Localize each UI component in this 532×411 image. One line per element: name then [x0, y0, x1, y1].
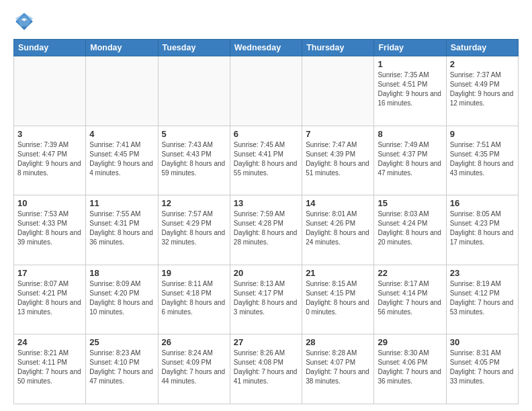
day-number: 1 [378, 59, 442, 69]
calendar-cell: 26Sunrise: 8:24 AM Sunset: 4:09 PM Dayli… [158, 334, 230, 404]
day-info: Sunrise: 7:59 AM Sunset: 4:28 PM Dayligh… [234, 210, 298, 247]
day-number: 8 [378, 129, 442, 139]
day-info: Sunrise: 7:53 AM Sunset: 4:33 PM Dayligh… [17, 210, 82, 247]
week-row-2: 3Sunrise: 7:39 AM Sunset: 4:47 PM Daylig… [14, 126, 519, 195]
calendar-cell [14, 56, 86, 126]
page: SundayMondayTuesdayWednesdayThursdayFrid… [0, 0, 532, 411]
day-number: 11 [89, 198, 154, 208]
day-info: Sunrise: 7:37 AM Sunset: 4:49 PM Dayligh… [450, 71, 515, 108]
day-info: Sunrise: 8:09 AM Sunset: 4:20 PM Dayligh… [89, 279, 154, 317]
logo-icon [13, 11, 35, 32]
calendar-cell: 1Sunrise: 7:35 AM Sunset: 4:51 PM Daylig… [374, 56, 446, 126]
day-info: Sunrise: 8:28 AM Sunset: 4:07 PM Dayligh… [306, 349, 370, 386]
day-info: Sunrise: 8:19 AM Sunset: 4:12 PM Dayligh… [450, 279, 515, 317]
week-row-5: 24Sunrise: 8:21 AM Sunset: 4:11 PM Dayli… [14, 334, 519, 404]
logo [13, 11, 38, 32]
day-number: 20 [234, 268, 298, 278]
calendar-cell: 13Sunrise: 7:59 AM Sunset: 4:28 PM Dayli… [230, 195, 302, 265]
day-number: 5 [162, 129, 226, 139]
day-info: Sunrise: 8:15 AM Sunset: 4:15 PM Dayligh… [306, 279, 370, 317]
day-number: 25 [89, 337, 154, 347]
calendar-cell: 16Sunrise: 8:05 AM Sunset: 4:23 PM Dayli… [446, 195, 518, 265]
col-header-friday: Friday [374, 40, 446, 56]
day-number: 7 [306, 129, 370, 139]
day-info: Sunrise: 8:17 AM Sunset: 4:14 PM Dayligh… [378, 279, 442, 317]
day-number: 19 [162, 268, 226, 278]
day-number: 2 [450, 59, 515, 69]
day-info: Sunrise: 7:45 AM Sunset: 4:41 PM Dayligh… [234, 140, 298, 178]
calendar-cell: 22Sunrise: 8:17 AM Sunset: 4:14 PM Dayli… [374, 265, 446, 334]
day-number: 21 [306, 268, 370, 278]
day-info: Sunrise: 7:39 AM Sunset: 4:47 PM Dayligh… [17, 140, 82, 178]
day-info: Sunrise: 8:26 AM Sunset: 4:08 PM Dayligh… [234, 349, 298, 386]
calendar-cell: 17Sunrise: 8:07 AM Sunset: 4:21 PM Dayli… [14, 265, 86, 334]
calendar-cell: 3Sunrise: 7:39 AM Sunset: 4:47 PM Daylig… [14, 126, 86, 195]
calendar-cell: 29Sunrise: 8:30 AM Sunset: 4:06 PM Dayli… [374, 334, 446, 404]
calendar-cell: 27Sunrise: 8:26 AM Sunset: 4:08 PM Dayli… [230, 334, 302, 404]
day-info: Sunrise: 7:49 AM Sunset: 4:37 PM Dayligh… [378, 140, 442, 178]
day-info: Sunrise: 8:05 AM Sunset: 4:23 PM Dayligh… [450, 210, 515, 247]
day-info: Sunrise: 7:57 AM Sunset: 4:29 PM Dayligh… [162, 210, 226, 247]
calendar-cell: 12Sunrise: 7:57 AM Sunset: 4:29 PM Dayli… [158, 195, 230, 265]
day-info: Sunrise: 8:24 AM Sunset: 4:09 PM Dayligh… [162, 349, 226, 386]
day-number: 29 [378, 337, 442, 347]
col-header-sunday: Sunday [14, 40, 86, 56]
day-number: 18 [89, 268, 154, 278]
calendar-cell: 25Sunrise: 8:23 AM Sunset: 4:10 PM Dayli… [86, 334, 158, 404]
day-number: 9 [450, 129, 515, 139]
calendar-cell [302, 56, 374, 126]
calendar-body: 1Sunrise: 7:35 AM Sunset: 4:51 PM Daylig… [14, 56, 519, 404]
calendar-cell [158, 56, 230, 126]
col-header-monday: Monday [86, 40, 158, 56]
calendar-cell: 20Sunrise: 8:13 AM Sunset: 4:17 PM Dayli… [230, 265, 302, 334]
calendar-cell: 15Sunrise: 8:03 AM Sunset: 4:24 PM Dayli… [374, 195, 446, 265]
calendar-header: SundayMondayTuesdayWednesdayThursdayFrid… [14, 40, 519, 56]
day-number: 12 [162, 198, 226, 208]
calendar-table: SundayMondayTuesdayWednesdayThursdayFrid… [13, 39, 519, 404]
calendar-cell: 9Sunrise: 7:51 AM Sunset: 4:35 PM Daylig… [446, 126, 518, 195]
calendar-cell: 11Sunrise: 7:55 AM Sunset: 4:31 PM Dayli… [86, 195, 158, 265]
calendar-cell: 10Sunrise: 7:53 AM Sunset: 4:33 PM Dayli… [14, 195, 86, 265]
calendar-cell [86, 56, 158, 126]
header [13, 11, 519, 32]
day-info: Sunrise: 8:21 AM Sunset: 4:11 PM Dayligh… [17, 349, 82, 386]
calendar-cell: 8Sunrise: 7:49 AM Sunset: 4:37 PM Daylig… [374, 126, 446, 195]
calendar-cell: 30Sunrise: 8:31 AM Sunset: 4:05 PM Dayli… [446, 334, 518, 404]
day-info: Sunrise: 8:03 AM Sunset: 4:24 PM Dayligh… [378, 210, 442, 247]
day-info: Sunrise: 7:41 AM Sunset: 4:45 PM Dayligh… [89, 140, 154, 178]
week-row-4: 17Sunrise: 8:07 AM Sunset: 4:21 PM Dayli… [14, 265, 519, 334]
day-number: 3 [17, 129, 82, 139]
calendar-cell: 5Sunrise: 7:43 AM Sunset: 4:43 PM Daylig… [158, 126, 230, 195]
day-info: Sunrise: 8:13 AM Sunset: 4:17 PM Dayligh… [234, 279, 298, 317]
day-number: 17 [17, 268, 82, 278]
day-info: Sunrise: 8:30 AM Sunset: 4:06 PM Dayligh… [378, 349, 442, 386]
day-number: 15 [378, 198, 442, 208]
day-number: 14 [306, 198, 370, 208]
header-row: SundayMondayTuesdayWednesdayThursdayFrid… [14, 40, 519, 56]
week-row-3: 10Sunrise: 7:53 AM Sunset: 4:33 PM Dayli… [14, 195, 519, 265]
calendar-cell: 21Sunrise: 8:15 AM Sunset: 4:15 PM Dayli… [302, 265, 374, 334]
day-info: Sunrise: 8:07 AM Sunset: 4:21 PM Dayligh… [17, 279, 82, 317]
day-info: Sunrise: 7:55 AM Sunset: 4:31 PM Dayligh… [89, 210, 154, 247]
calendar-cell: 6Sunrise: 7:45 AM Sunset: 4:41 PM Daylig… [230, 126, 302, 195]
calendar-cell: 28Sunrise: 8:28 AM Sunset: 4:07 PM Dayli… [302, 334, 374, 404]
day-number: 13 [234, 198, 298, 208]
day-number: 28 [306, 337, 370, 347]
day-info: Sunrise: 8:11 AM Sunset: 4:18 PM Dayligh… [162, 279, 226, 317]
day-number: 10 [17, 198, 82, 208]
calendar-cell: 4Sunrise: 7:41 AM Sunset: 4:45 PM Daylig… [86, 126, 158, 195]
day-info: Sunrise: 7:51 AM Sunset: 4:35 PM Dayligh… [450, 140, 515, 178]
calendar-cell: 2Sunrise: 7:37 AM Sunset: 4:49 PM Daylig… [446, 56, 518, 126]
calendar-cell [230, 56, 302, 126]
day-number: 30 [450, 337, 515, 347]
day-number: 23 [450, 268, 515, 278]
calendar-cell: 24Sunrise: 8:21 AM Sunset: 4:11 PM Dayli… [14, 334, 86, 404]
day-info: Sunrise: 8:31 AM Sunset: 4:05 PM Dayligh… [450, 349, 515, 386]
day-info: Sunrise: 8:23 AM Sunset: 4:10 PM Dayligh… [89, 349, 154, 386]
day-number: 27 [234, 337, 298, 347]
day-info: Sunrise: 7:47 AM Sunset: 4:39 PM Dayligh… [306, 140, 370, 178]
day-info: Sunrise: 8:01 AM Sunset: 4:26 PM Dayligh… [306, 210, 370, 247]
day-number: 4 [89, 129, 154, 139]
col-header-tuesday: Tuesday [158, 40, 230, 56]
calendar-cell: 19Sunrise: 8:11 AM Sunset: 4:18 PM Dayli… [158, 265, 230, 334]
